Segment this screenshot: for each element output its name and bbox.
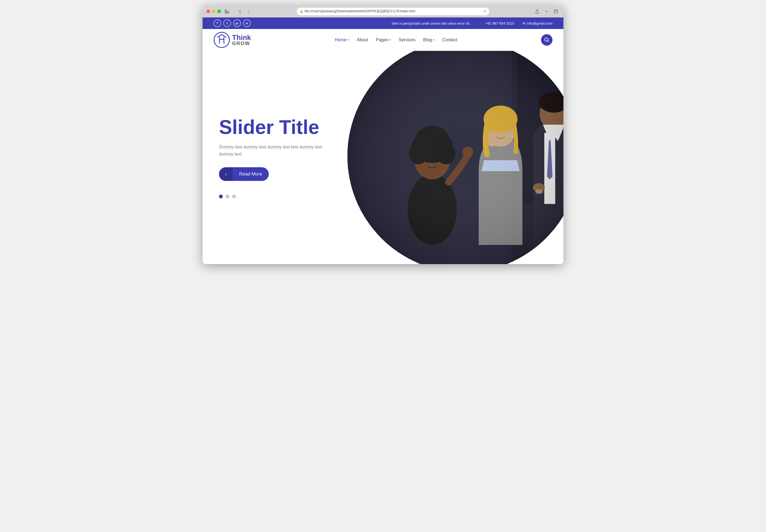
nav-pages-plus: +	[389, 38, 391, 42]
slider-dots	[219, 195, 323, 198]
nav-links: Home + About Pages + Services Blog	[335, 37, 457, 42]
nav-blog-label: Blog	[423, 37, 432, 42]
logo-icon	[214, 32, 230, 48]
browser-window: 🔒 file:///Users/janewang/Downloads/html4…	[203, 5, 563, 264]
search-icon	[544, 37, 549, 42]
refresh-icon[interactable]: ↺	[483, 10, 486, 13]
phone-number: +91 987 654 3210	[485, 21, 514, 25]
phone-icon: 📞	[479, 21, 484, 25]
top-bar-right: Sed ut perspiciatis unde omnis iste natu…	[391, 21, 552, 25]
svg-rect-1	[225, 11, 229, 12]
new-tab-icon[interactable]: +	[543, 8, 550, 15]
google-plus-icon[interactable]: g+	[233, 19, 241, 27]
sidebar-toggle-icon[interactable]	[223, 8, 231, 15]
logo-think: Think	[232, 34, 251, 41]
browser-nav-buttons	[236, 8, 253, 15]
nav-item-pages[interactable]: Pages +	[376, 37, 391, 42]
linkedin-icon[interactable]: in	[243, 19, 251, 27]
traffic-lights	[206, 10, 221, 13]
hero-title: Slider Title	[219, 116, 323, 138]
nav-blog-plus: +	[433, 38, 435, 42]
email-address: info@gmail.com	[527, 21, 552, 25]
website-content: f t g+ in Sed ut perspiciatis unde omnis…	[203, 17, 563, 264]
nav-pages-label: Pages	[376, 37, 388, 42]
facebook-icon[interactable]: f	[214, 19, 221, 27]
read-more-button[interactable]: › Read More	[219, 167, 269, 181]
svg-rect-3	[554, 10, 557, 13]
hero-circle-image	[347, 51, 563, 264]
browser-titlebar: 🔒 file:///Users/janewang/Downloads/html4…	[203, 5, 563, 17]
read-more-arrow-icon: ›	[219, 167, 233, 181]
nav-services-label: Services	[399, 37, 415, 42]
search-button[interactable]	[541, 34, 552, 46]
logo-text: Think GROW	[232, 34, 251, 46]
address-text: file:///Users/janewang/Downloads/html442…	[305, 9, 482, 14]
main-nav: Think GROW Home + About Pages +	[203, 29, 563, 51]
address-bar[interactable]: 🔒 file:///Users/janewang/Downloads/html4…	[296, 7, 490, 16]
close-traffic-light[interactable]	[206, 10, 210, 13]
windows-icon[interactable]	[552, 8, 560, 15]
logo[interactable]: Think GROW	[214, 32, 251, 48]
hero-circle-inner	[347, 51, 563, 264]
phone-info: 📞 +91 987 654 3210	[479, 21, 514, 25]
address-bar-wrap: 🔒 file:///Users/janewang/Downloads/html4…	[255, 7, 531, 16]
email-icon: ✉	[522, 21, 525, 25]
hero-content: Slider Title Dummy text dummy text dummy…	[219, 116, 323, 198]
slider-dot-2[interactable]	[226, 195, 229, 198]
read-more-label: Read More	[233, 171, 269, 177]
slider-dot-3[interactable]	[232, 195, 236, 198]
nav-item-about[interactable]: About	[357, 37, 368, 42]
hero-section: Slider Title Dummy text dummy text dummy…	[203, 51, 563, 264]
tagline: Sed ut perspiciatis unde omnis iste natu…	[391, 21, 471, 25]
svg-rect-2	[225, 13, 229, 13]
lock-icon: 🔒	[300, 10, 303, 13]
svg-rect-0	[225, 10, 227, 10]
tagline-text: Sed ut perspiciatis unde omnis iste natu…	[391, 21, 471, 25]
browser-actions: +	[533, 8, 560, 15]
twitter-icon[interactable]: t	[223, 19, 231, 27]
nav-menu: Home + About Pages + Services Blog	[335, 37, 457, 42]
nav-item-contact[interactable]: Contact	[442, 37, 457, 42]
email-info: ✉ info@gmail.com	[522, 21, 552, 25]
nav-item-services[interactable]: Services	[399, 37, 415, 42]
nav-home-plus: +	[347, 38, 349, 42]
share-icon[interactable]	[533, 8, 541, 15]
svg-rect-34	[347, 51, 563, 264]
maximize-traffic-light[interactable]	[217, 10, 221, 13]
nav-item-blog[interactable]: Blog +	[423, 37, 435, 42]
hero-subtitle: Dummy text dummy text dummy text text du…	[219, 144, 323, 157]
people-scene-svg	[347, 51, 563, 264]
nav-item-home[interactable]: Home +	[335, 37, 349, 42]
top-bar: f t g+ in Sed ut perspiciatis unde omnis…	[203, 17, 563, 29]
back-button[interactable]	[236, 8, 244, 15]
nav-about-label: About	[357, 37, 368, 42]
forward-button[interactable]	[245, 8, 253, 15]
nav-contact-label: Contact	[442, 37, 457, 42]
social-icons: f t g+ in	[214, 19, 251, 27]
nav-home-label: Home	[335, 37, 346, 42]
logo-grow: GROW	[232, 41, 251, 46]
minimize-traffic-light[interactable]	[212, 10, 215, 13]
slider-dot-1[interactable]	[219, 195, 223, 198]
